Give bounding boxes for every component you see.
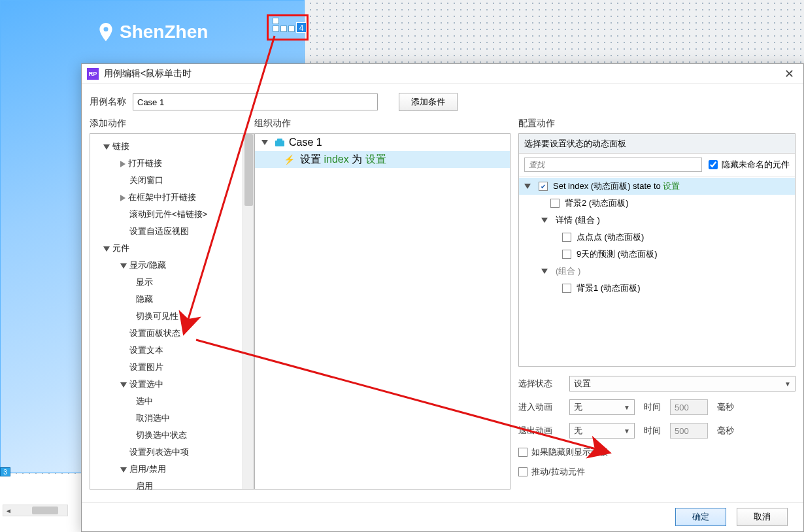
enter-anim-label: 进入动画 xyxy=(518,401,560,413)
chevron-down-icon: ▼ xyxy=(624,427,630,435)
enter-anim-dropdown[interactable]: 无▼ xyxy=(569,399,635,415)
tree-group-unnamed[interactable]: (组合 ) xyxy=(519,263,795,280)
actions-tree-panel: 链接 打开链接 关闭窗口 在框架中打开链接 滚动到元件<锚链接> 设置自适应视图… xyxy=(90,133,254,490)
exit-anim-label: 退出动画 xyxy=(518,425,560,437)
exit-time-label: 时间 xyxy=(644,425,661,437)
dialog-footer: 确定 取消 xyxy=(82,502,803,531)
tree-item[interactable]: 背景1 (动态面板) xyxy=(519,280,795,297)
checkbox-icon[interactable] xyxy=(539,182,548,191)
exit-time-input[interactable] xyxy=(670,423,708,439)
tree-item-index-panel[interactable]: Set index (动态面板) state to 设置 xyxy=(519,178,795,195)
tree-item[interactable]: 背景2 (动态面板) xyxy=(519,195,795,212)
action-node-set-panel-state[interactable]: ⚡ 设置 index 为 设置 xyxy=(255,151,510,168)
show-if-hidden-checkbox[interactable]: 如果隐藏则显示面板 xyxy=(518,446,608,458)
tree-item[interactable]: 9天的预测 (动态面板) xyxy=(519,246,795,263)
enter-ms-label: 毫秒 xyxy=(717,401,734,413)
axure-logo-icon: RP xyxy=(87,68,99,80)
cancel-button[interactable]: 取消 xyxy=(737,508,788,526)
chevron-down-icon: ▼ xyxy=(624,404,630,411)
organize-actions-header: 组织动作 xyxy=(254,118,511,129)
interaction-count-badge: 4 xyxy=(296,22,307,33)
configure-action-header: 配置动作 xyxy=(518,118,796,129)
tree-group-detail[interactable]: 详情 (组合 ) xyxy=(519,212,795,229)
selected-widget-highlight[interactable]: 4 xyxy=(267,14,309,41)
close-button[interactable]: ✕ xyxy=(780,67,798,81)
case-node[interactable]: Case 1 xyxy=(255,134,510,151)
dialog-titlebar: RP 用例编辑<鼠标单击时 ✕ xyxy=(82,64,803,84)
add-condition-button[interactable]: 添加条件 xyxy=(399,93,458,111)
case-name-input[interactable] xyxy=(133,93,378,110)
chevron-down-icon: ▼ xyxy=(784,380,791,388)
actions-tree[interactable]: 链接 打开链接 关闭窗口 在框架中打开链接 滚动到元件<锚链接> 设置自适应视图… xyxy=(90,134,254,499)
case-icon xyxy=(275,138,285,147)
ok-button[interactable]: 确定 xyxy=(675,508,726,526)
lightning-icon: ⚡ xyxy=(284,154,295,165)
add-action-header: 添加动作 xyxy=(90,118,254,129)
select-state-label: 选择状态 xyxy=(518,378,560,390)
organize-actions-panel: Case 1 ⚡ 设置 index 为 设置 xyxy=(254,133,511,490)
state-config-form: 选择状态 设置▼ 进入动画 无▼ 时间 毫秒 退出动画 xyxy=(518,376,796,486)
case-editor-dialog: RP 用例编辑<鼠标单击时 ✕ 用例名称 添加条件 添加动作 链接 打开链接 关… xyxy=(81,63,804,532)
push-pull-checkbox[interactable]: 推动/拉动元件 xyxy=(518,466,585,478)
hide-unnamed-checkbox[interactable]: 隐藏未命名的元件 xyxy=(709,159,790,171)
widget-search-input[interactable] xyxy=(524,158,702,172)
select-state-dropdown[interactable]: 设置▼ xyxy=(569,376,796,391)
configure-panel: 选择要设置状态的动态面板 隐藏未命名的元件 Set index (动态面板) s… xyxy=(518,133,796,367)
enter-time-label: 时间 xyxy=(644,401,661,413)
selected-widget-icon xyxy=(273,18,295,32)
exit-anim-dropdown[interactable]: 无▼ xyxy=(569,423,635,439)
tree-item[interactable]: 点点点 (动态面板) xyxy=(519,229,795,246)
widget-tree[interactable]: Set index (动态面板) state to 设置 背景2 (动态面板) … xyxy=(519,176,795,298)
exit-ms-label: 毫秒 xyxy=(717,425,734,437)
enter-time-input[interactable] xyxy=(670,399,708,415)
dialog-title: 用例编辑<鼠标单击时 xyxy=(104,68,192,80)
location-pin-icon xyxy=(99,23,113,41)
panel-index-badge: 3 xyxy=(0,467,10,476)
case-name-label: 用例名称 xyxy=(90,96,126,108)
configure-panel-title: 选择要设置状态的动态面板 xyxy=(519,134,795,154)
location-group: ShenZhen xyxy=(99,22,208,42)
location-city-label: ShenZhen xyxy=(120,22,208,42)
svg-rect-0 xyxy=(275,141,284,146)
case-name-row: 用例名称 添加条件 xyxy=(82,84,803,118)
actions-tree-scrollbar[interactable] xyxy=(243,134,254,489)
svg-rect-1 xyxy=(277,139,282,141)
